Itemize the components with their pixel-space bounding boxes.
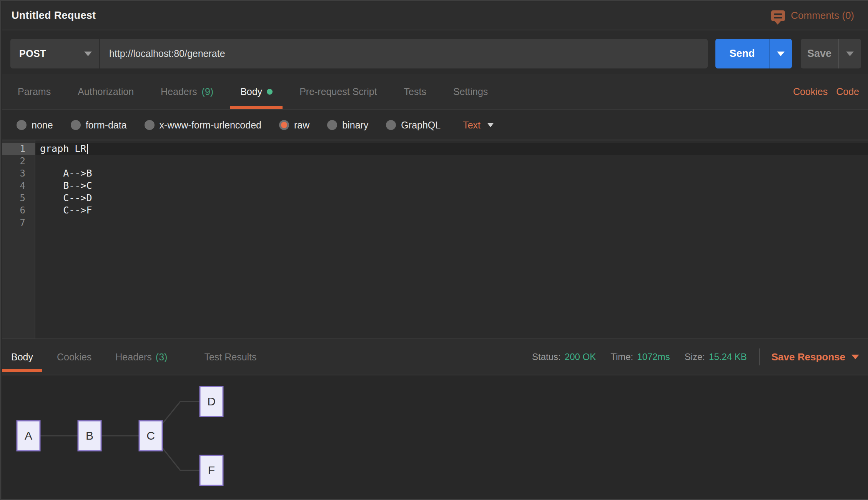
chevron-down-icon [487,123,494,127]
chevron-down-icon [777,52,785,56]
radio-icon [17,120,27,130]
top-bar: Untitled Request Comments (0) [2,2,868,30]
node-label: F [208,464,215,477]
time-label: Time: [610,352,633,362]
chevron-down-icon [84,52,92,56]
node-f: F [200,455,223,485]
response-tab-body[interactable]: Body [2,339,42,375]
radio-form-data[interactable]: form-data [71,120,127,131]
radio-icon [386,120,396,130]
comments-label: Comments (0) [791,10,854,22]
request-tabs: Params Authorization Headers (9) Body Pr… [2,74,868,110]
body-type-row: none form-data x-www-form-urlencoded raw… [2,110,868,140]
size-label: Size: [685,352,705,362]
comments-button[interactable]: Comments (0) [771,10,854,22]
code-link[interactable]: Code [836,86,859,97]
headers-count: (9) [202,86,214,97]
send-button[interactable]: Send [715,39,792,68]
response-body-viewer[interactable]: A B C D F [2,375,868,499]
node-d: D [200,387,223,417]
request-title: Untitled Request [12,10,96,22]
request-url-row: POST Send Save [2,31,868,74]
send-options-button[interactable] [770,39,792,68]
url-field: POST [10,39,708,68]
radio-selected-icon [279,120,289,130]
text-cursor [87,144,88,154]
radio-icon [145,120,155,130]
line-number: 5 [2,192,35,204]
tab-authorization[interactable]: Authorization [68,74,144,109]
editor-line[interactable]: 3 A-->B [2,167,868,180]
tab-settings[interactable]: Settings [443,74,498,109]
tab-body[interactable]: Body [230,74,283,109]
node-c: C [139,421,162,451]
vertical-divider [759,348,760,365]
status-label: Status: [532,352,561,362]
mermaid-graph: A B C D F [2,375,271,500]
node-label: A [25,429,32,442]
app-window: Untitled Request Comments (0) POST Send … [0,0,868,500]
line-number: 1 [2,143,35,155]
method-label: POST [19,48,46,59]
comments-icon [771,10,785,21]
line-number: 3 [2,167,35,180]
chevron-down-icon [851,355,859,359]
save-label: Save [801,39,838,68]
node-label: D [207,395,216,408]
line-number: 4 [2,180,35,192]
radio-raw[interactable]: raw [279,120,309,131]
editor-line[interactable]: 6 C-->F [2,204,868,217]
raw-body-editor[interactable]: 1 graph LR 2 3 A-->B 4 B-->C 5 C-->D [2,140,868,338]
editor-line[interactable]: 5 C-->D [2,192,868,204]
line-number: 6 [2,204,35,217]
tab-tests[interactable]: Tests [394,74,436,109]
send-label: Send [715,39,769,68]
save-options-button[interactable] [839,39,861,68]
editor-line[interactable]: 7 [2,217,868,229]
response-tab-headers[interactable]: Headers (3) [106,339,176,375]
method-dropdown[interactable]: POST [10,39,99,68]
edge-c-f [162,448,200,470]
tab-params[interactable]: Params [8,74,61,109]
line-number: 2 [2,155,35,167]
chevron-down-icon [846,52,854,56]
node-b: B [78,421,101,451]
radio-none[interactable]: none [17,120,53,131]
editor-line[interactable]: 2 [2,155,868,167]
radio-graphql[interactable]: GraphQL [386,120,441,131]
radio-binary[interactable]: binary [327,120,368,131]
editor-line[interactable]: 4 B-->C [2,180,868,192]
raw-format-dropdown[interactable]: Text [463,120,494,131]
edge-c-d [162,402,200,424]
time-value: 1072ms [637,352,670,362]
save-button[interactable]: Save [801,39,861,68]
url-input[interactable] [100,48,708,59]
response-tab-cookies[interactable]: Cookies [48,339,100,375]
body-modified-dot [267,89,273,95]
line-number: 7 [2,217,35,229]
response-meta: Status: 200 OK Time: 1072ms Size: 15.24 … [517,339,868,375]
tab-pre-request-script[interactable]: Pre-request Script [289,74,387,109]
node-a: A [17,421,40,451]
response-tab-test-results[interactable]: Test Results [195,339,265,375]
cookies-link[interactable]: Cookies [793,86,828,97]
radio-icon [327,120,337,130]
size-value: 15.24 KB [709,352,747,362]
radio-icon [71,120,81,130]
tab-headers[interactable]: Headers (9) [151,74,223,109]
node-label: C [146,429,155,442]
response-header: Body Cookies Headers (3) Test Results St… [2,338,868,375]
editor-line[interactable]: 1 graph LR [2,143,868,155]
radio-x-www-form-urlencoded[interactable]: x-www-form-urlencoded [145,120,261,131]
status-value: 200 OK [565,352,596,362]
save-response-button[interactable]: Save Response [772,351,859,363]
response-headers-count: (3) [156,352,168,363]
node-label: B [86,429,93,442]
